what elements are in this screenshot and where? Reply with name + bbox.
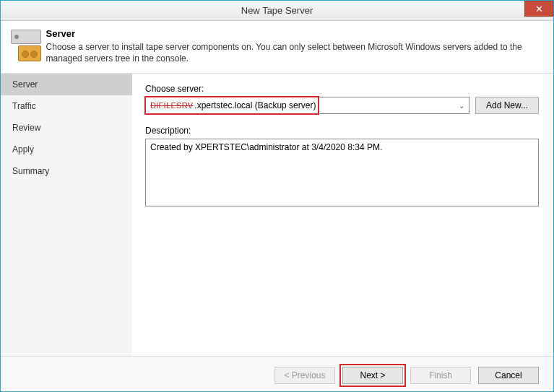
- window-title: New Tape Server: [241, 5, 313, 16]
- cancel-button[interactable]: Cancel: [478, 367, 539, 384]
- sidebar-item-label: Summary: [12, 166, 49, 176]
- choose-server-label: Choose server:: [145, 84, 539, 94]
- tape-server-icon: [9, 28, 38, 63]
- sidebar-item-label: Apply: [12, 144, 34, 154]
- close-icon: ✕: [535, 4, 543, 14]
- server-redacted-text: DIFILESRV: [150, 101, 193, 110]
- server-select[interactable]: DIFILESRV .xpertstec.local (Backup serve…: [145, 97, 469, 114]
- sidebar-item-label: Server: [12, 79, 38, 90]
- sidebar-item-label: Traffic: [12, 101, 36, 111]
- sidebar-item-review[interactable]: Review: [1, 117, 132, 139]
- sidebar-item-apply[interactable]: Apply: [1, 139, 132, 160]
- sidebar-item-label: Review: [12, 123, 40, 133]
- server-suffix-text: .xpertstec.local (Backup server): [194, 100, 316, 110]
- header-title: Server: [46, 28, 545, 39]
- previous-button: < Previous: [274, 367, 335, 384]
- title-bar: New Tape Server ✕: [1, 1, 553, 21]
- wizard-header: Server Choose a server to install tape s…: [1, 21, 553, 74]
- wizard-main: Choose server: DIFILESRV .xpertstec.loca…: [132, 74, 553, 356]
- wizard-footer: < Previous Next > Finish Cancel: [1, 356, 553, 392]
- wizard-sidebar: Server Traffic Review Apply Summary: [1, 74, 132, 356]
- header-subtitle: Choose a server to install tape server c…: [46, 41, 545, 64]
- next-button[interactable]: Next >: [342, 367, 403, 384]
- description-label: Description:: [145, 126, 539, 136]
- close-button[interactable]: ✕: [524, 1, 553, 17]
- chevron-down-icon: ⌄: [459, 102, 464, 110]
- finish-button: Finish: [410, 367, 471, 384]
- add-new-button[interactable]: Add New...: [475, 97, 539, 114]
- sidebar-item-summary[interactable]: Summary: [1, 160, 132, 182]
- description-textarea[interactable]: [145, 139, 539, 206]
- sidebar-item-server[interactable]: Server: [1, 74, 132, 95]
- sidebar-item-traffic[interactable]: Traffic: [1, 95, 132, 117]
